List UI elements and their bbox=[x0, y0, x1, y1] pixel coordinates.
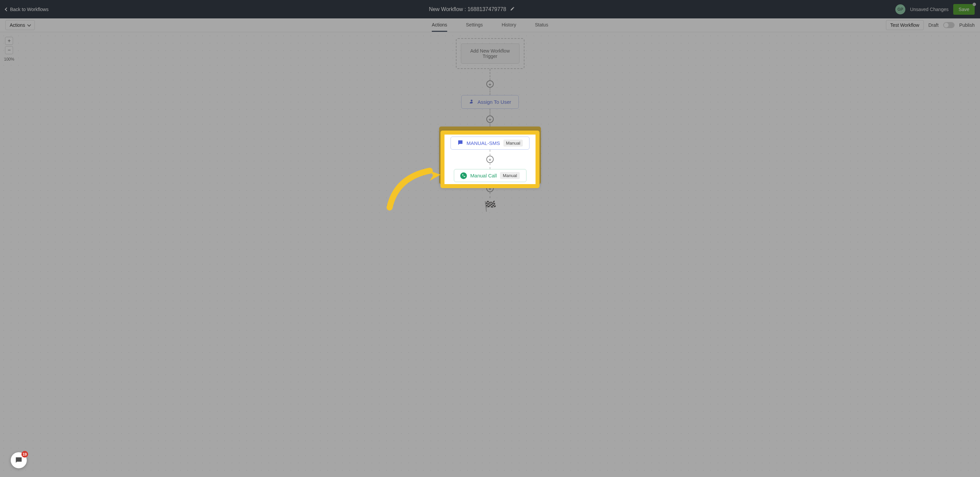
tab-label: Actions bbox=[432, 22, 447, 27]
tab-settings[interactable]: Settings bbox=[466, 18, 483, 32]
tab-history[interactable]: History bbox=[502, 18, 517, 32]
connector-line bbox=[490, 69, 490, 80]
add-step-button[interactable]: + bbox=[486, 116, 494, 123]
sub-header: Actions Actions Settings History Status … bbox=[0, 18, 980, 32]
sub-header-right: Test Workflow Draft Publish bbox=[886, 20, 975, 30]
actions-dropdown-label: Actions bbox=[10, 22, 25, 28]
manual-badge: Manual bbox=[503, 140, 523, 146]
tab-status[interactable]: Status bbox=[535, 18, 548, 32]
annotation-arrow bbox=[383, 157, 450, 216]
actions-dropdown[interactable]: Actions bbox=[5, 20, 35, 30]
chevron-left-icon bbox=[5, 7, 8, 11]
publish-toggle[interactable] bbox=[943, 22, 955, 28]
zoom-out-button[interactable]: − bbox=[5, 46, 13, 54]
test-workflow-label: Test Workflow bbox=[890, 22, 920, 28]
trigger-dropzone[interactable]: Add New Workflow Trigger bbox=[456, 38, 525, 69]
annotation-highlight-frame-front: MANUAL-SMS Manual + Manual Call Manual bbox=[441, 130, 539, 188]
zoom-level: 100% bbox=[4, 57, 14, 62]
publish-label: Publish bbox=[959, 22, 975, 28]
workflow-canvas[interactable]: + − 100% Add New Workflow Trigger + Assi… bbox=[0, 32, 980, 477]
add-trigger-label: Add New Workflow Trigger bbox=[463, 48, 518, 59]
connector-line bbox=[490, 192, 490, 198]
sms-label: MANUAL-SMS bbox=[466, 140, 500, 146]
sms-icon bbox=[457, 140, 463, 146]
call-label: Manual Call bbox=[470, 173, 497, 178]
zoom-controls: + − 100% bbox=[4, 37, 14, 62]
back-to-workflows-link[interactable]: Back to Workflows bbox=[5, 7, 49, 12]
zoom-in-button[interactable]: + bbox=[5, 37, 13, 45]
phone-icon bbox=[460, 172, 467, 179]
user-avatar[interactable]: GP bbox=[895, 4, 905, 14]
back-label: Back to Workflows bbox=[10, 7, 49, 12]
unsaved-changes-label: Unsaved Changes bbox=[910, 7, 948, 12]
avatar-initials: GP bbox=[897, 7, 903, 12]
tab-label: Settings bbox=[466, 22, 483, 27]
add-step-button[interactable]: + bbox=[486, 80, 494, 88]
workflow-title-area: New Workflow : 1688137479778 bbox=[429, 6, 515, 13]
assign-user-icon bbox=[469, 99, 474, 105]
connector-line bbox=[490, 109, 490, 116]
test-workflow-button[interactable]: Test Workflow bbox=[886, 20, 924, 30]
save-button[interactable]: Save bbox=[953, 4, 975, 15]
chat-badge: 19 bbox=[21, 451, 28, 458]
chat-badge-count: 19 bbox=[23, 452, 27, 456]
editor-tabs: Actions Settings History Status bbox=[432, 18, 548, 32]
tab-label: History bbox=[502, 22, 517, 27]
app-top-header: Back to Workflows New Workflow : 1688137… bbox=[0, 0, 980, 18]
assign-to-user-card[interactable]: Assign To User bbox=[461, 95, 519, 109]
manual-badge: Manual bbox=[500, 172, 520, 179]
connector-line bbox=[490, 163, 490, 169]
assign-label: Assign To User bbox=[477, 99, 511, 105]
tab-actions[interactable]: Actions bbox=[432, 18, 447, 32]
chat-widget[interactable]: 19 bbox=[11, 452, 27, 468]
save-indicator-dot bbox=[973, 3, 976, 6]
header-right: GP Unsaved Changes Save bbox=[895, 4, 975, 15]
draft-label: Draft bbox=[929, 22, 939, 28]
add-trigger-button[interactable]: Add New Workflow Trigger bbox=[461, 43, 519, 64]
end-flag-icon: 🏁 bbox=[484, 200, 496, 212]
connector-line bbox=[490, 88, 490, 95]
connector-line bbox=[490, 123, 490, 127]
svg-marker-0 bbox=[430, 171, 441, 181]
manual-sms-card[interactable]: MANUAL-SMS Manual bbox=[450, 137, 530, 149]
save-button-label: Save bbox=[959, 7, 969, 12]
connector-line bbox=[490, 149, 490, 156]
chevron-down-icon bbox=[27, 23, 31, 27]
workflow-title: New Workflow : 1688137479778 bbox=[429, 6, 506, 13]
tab-label: Status bbox=[535, 22, 548, 27]
manual-call-card[interactable]: Manual Call Manual bbox=[454, 169, 527, 182]
edit-title-icon[interactable] bbox=[510, 6, 515, 13]
add-step-button[interactable]: + bbox=[486, 156, 494, 163]
